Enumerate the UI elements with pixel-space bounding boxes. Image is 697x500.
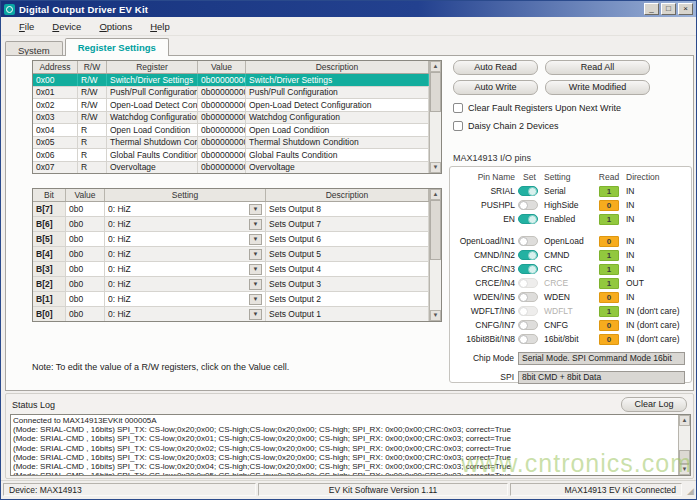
bit-label: B[4] (33, 247, 66, 261)
tab-register-settings[interactable]: Register Settings (65, 38, 169, 56)
cell: 0x05 (33, 137, 78, 149)
toggle-knob (519, 335, 528, 344)
chevron-down-icon[interactable]: ▼ (249, 249, 262, 260)
setting-combobox[interactable]: 0: HiZ▼ (108, 262, 262, 276)
setting-combobox[interactable]: 0: HiZ▼ (108, 277, 262, 291)
cell[interactable]: 0b00000000 (198, 87, 246, 99)
register-row[interactable]: 0x02R/WOpen-Load Detect Confi...0b000000… (33, 99, 429, 112)
read-indicator: 0 (599, 200, 619, 211)
pin-direction: IN (620, 186, 685, 196)
setting-header: Setting (541, 172, 598, 182)
status-version: EV Kit Software Version 1.11 (258, 483, 508, 496)
setting-combobox[interactable]: 0: HiZ▼ (108, 307, 262, 321)
pin-toggle[interactable] (518, 236, 538, 246)
toggle-knob (528, 187, 537, 196)
register-row[interactable]: 0x07ROvervoltage0b00000000Overvoltage (33, 162, 429, 174)
read-all-button[interactable]: Read All (545, 60, 650, 75)
toggle-knob (519, 307, 528, 316)
register-row[interactable]: 0x06RGlobal Faults Condition0b00000000Gl… (33, 149, 429, 162)
cell[interactable]: 0b00000000 (198, 99, 246, 111)
register-row[interactable]: 0x00R/WSwitch/Driver Settings0b00000000S… (33, 74, 429, 87)
pin-toggle[interactable] (518, 264, 538, 274)
pin-toggle[interactable] (518, 292, 538, 302)
pin-direction: IN (620, 292, 685, 302)
chevron-down-icon[interactable]: ▼ (249, 264, 262, 275)
scroll-down-icon[interactable]: ▼ (430, 162, 441, 173)
scroll-down-icon[interactable]: ▼ (679, 464, 690, 475)
setting-cell: 0: HiZ▼ (105, 202, 266, 216)
register-table-scrollbar[interactable]: ▲ ▼ (429, 61, 441, 173)
cell[interactable]: 0b00000000 (198, 74, 246, 86)
register-row[interactable]: 0x01R/WPush/Pull Configuration0b00000000… (33, 87, 429, 100)
scroll-up-icon[interactable]: ▲ (430, 61, 441, 72)
scroll-up-icon[interactable]: ▲ (430, 189, 441, 200)
scroll-thumb[interactable] (679, 450, 690, 464)
pin-name: CRCE/IN4 (456, 278, 518, 288)
pin-toggle[interactable] (518, 334, 538, 344)
register-row[interactable]: 0x04ROpen Load Condition0b00000000Open L… (33, 124, 429, 137)
cell: Watchdog Configuration (107, 112, 198, 124)
toggle-cell (518, 264, 541, 274)
register-row[interactable]: 0x03R/WWatchdog Configuration0b00000000W… (33, 112, 429, 125)
log-scrollbar[interactable]: ▲ ▼ (678, 415, 690, 475)
cell[interactable]: 0b00000000 (198, 162, 246, 174)
scroll-thumb[interactable] (430, 72, 441, 112)
spi-field: 8bit CMD + 8bit Data (518, 371, 685, 384)
setting-value: 0: HiZ (108, 234, 249, 244)
chevron-down-icon[interactable]: ▼ (249, 309, 262, 320)
pin-toggle[interactable] (518, 320, 538, 330)
scroll-down-icon[interactable]: ▼ (430, 310, 441, 321)
menu-device[interactable]: Device (43, 19, 90, 34)
chevron-down-icon[interactable]: ▼ (249, 234, 262, 245)
auto-read-button[interactable]: Auto Read (453, 60, 538, 75)
read-cell: 1 (598, 250, 620, 261)
cell[interactable]: 0b00000000 (198, 112, 246, 124)
menu-file[interactable]: File (10, 19, 43, 34)
scroll-up-icon[interactable]: ▲ (679, 415, 690, 426)
chevron-down-icon[interactable]: ▼ (249, 219, 262, 230)
write-modified-button[interactable]: Write Modified (545, 80, 650, 95)
pin-name: CRC/IN3 (456, 264, 518, 274)
bit-value: 0b0 (66, 217, 105, 231)
setting-combobox[interactable]: 0: HiZ▼ (108, 217, 262, 231)
cell[interactable]: 0b00000000 (198, 149, 246, 161)
pin-toggle[interactable] (518, 186, 538, 196)
maximize-button[interactable]: □ (661, 3, 676, 15)
setting-combobox[interactable]: 0: HiZ▼ (108, 247, 262, 261)
pin-row-openload-in1: OpenLoad/IN1OpenLoad0IN (456, 234, 685, 248)
setting-combobox[interactable]: 0: HiZ▼ (108, 292, 262, 306)
cell: Thermal Shutdown Con... (107, 137, 198, 149)
chevron-down-icon[interactable]: ▼ (249, 294, 262, 305)
tab-system[interactable]: System (5, 41, 63, 56)
pin-toggle[interactable] (518, 250, 538, 260)
status-log-box[interactable]: Connected to MAX14913EVKit 000005A(Mode:… (10, 414, 691, 476)
cell[interactable]: 0b00000000 (198, 124, 246, 136)
setting-combobox[interactable]: 0: HiZ▼ (108, 232, 262, 246)
clear-fault-checkbox[interactable] (453, 103, 463, 113)
menu-help[interactable]: Help (141, 19, 179, 34)
setting-combobox[interactable]: 0: HiZ▼ (108, 202, 262, 216)
toggle-knob (528, 251, 537, 260)
log-line: (Mode: SRIAL-CMD , 16bits) SPI_TX: CS-lo… (13, 462, 676, 471)
auto-write-button[interactable]: Auto Write (453, 80, 538, 95)
pin-setting-label: WDEN (541, 292, 598, 302)
cell[interactable]: 0b00000000 (198, 137, 246, 149)
menu-bar: FileDeviceOptionsHelp (2, 18, 697, 36)
minimize-button[interactable]: _ (644, 3, 659, 15)
chevron-down-icon[interactable]: ▼ (249, 204, 262, 215)
pin-setting-label: OpenLoad (541, 236, 598, 246)
cell: 0x01 (33, 87, 78, 99)
register-row[interactable]: 0x05RThermal Shutdown Con...0b00000000Th… (33, 137, 429, 150)
menu-options[interactable]: Options (90, 19, 141, 34)
daisy-chain-checkbox[interactable] (453, 121, 463, 131)
close-button[interactable]: × (678, 3, 693, 15)
chevron-down-icon[interactable]: ▼ (249, 279, 262, 290)
pin-toggle[interactable] (518, 200, 538, 210)
pin-toggle[interactable] (518, 214, 538, 224)
resize-grip[interactable]: ◢ (684, 483, 694, 496)
cell: Watchdog Configuration (246, 112, 429, 124)
clear-log-button[interactable]: Clear Log (621, 397, 687, 412)
setting-value: 0: HiZ (108, 204, 249, 214)
scroll-thumb[interactable] (430, 200, 441, 260)
bit-table-scrollbar[interactable]: ▲ ▼ (429, 189, 441, 321)
